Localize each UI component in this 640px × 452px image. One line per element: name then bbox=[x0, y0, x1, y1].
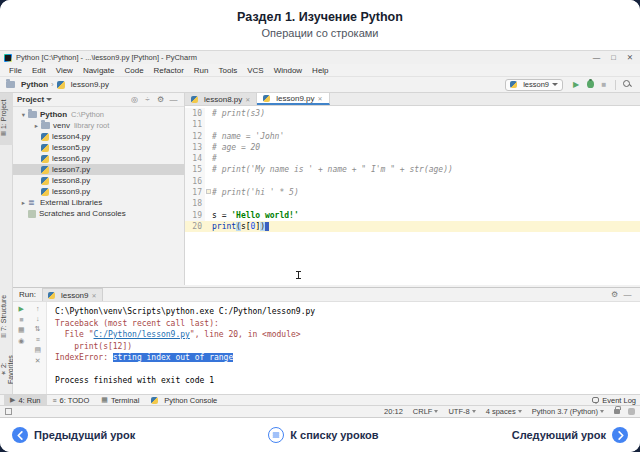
console-tab-lesson9[interactable]: lesson9 ✕ bbox=[42, 288, 103, 301]
menu-view[interactable]: View bbox=[51, 66, 78, 75]
restore-layout-icon[interactable]: ▦ bbox=[18, 326, 25, 334]
search-everywhere-button[interactable] bbox=[620, 80, 634, 90]
menu-refactor[interactable]: Refactor bbox=[149, 66, 189, 75]
line-number: 13 bbox=[185, 142, 205, 153]
menu-vcs[interactable]: VCS bbox=[242, 66, 268, 75]
close-icon[interactable]: ✕ bbox=[627, 53, 633, 62]
menu-run[interactable]: Run bbox=[189, 66, 214, 75]
rerun-icon[interactable]: ▶ bbox=[19, 305, 24, 313]
breadcrumb-project[interactable]: Python bbox=[21, 80, 48, 89]
sidebar-tab-favorites[interactable]: ★ 2: Favorites bbox=[0, 345, 13, 395]
down-stack-icon[interactable]: ↓ bbox=[36, 315, 40, 322]
section-title: Раздел 1. Изучение Python bbox=[0, 0, 640, 24]
toolwindow-button-todo[interactable]: ≡6: TODO bbox=[47, 395, 96, 406]
breadcrumb-file[interactable]: lesson9.py bbox=[71, 80, 109, 89]
status-text: Python 3.7 (Python) bbox=[532, 407, 598, 416]
gear-icon[interactable]: ⚙ bbox=[154, 95, 167, 104]
clear-console-icon[interactable]: ✕ bbox=[35, 357, 41, 365]
collapse-all-icon[interactable]: ÷ bbox=[141, 95, 154, 104]
run-config-selector[interactable]: lesson9 bbox=[505, 79, 563, 91]
fold-gutter bbox=[205, 187, 212, 198]
menu-edit[interactable]: Edit bbox=[27, 66, 51, 75]
toolwindow-button-terminal[interactable]: ▦Terminal bbox=[95, 395, 145, 406]
status-crlf[interactable]: CRLF bbox=[413, 407, 439, 416]
editor-tab-lesson8.py[interactable]: lesson8.py✕ bbox=[185, 93, 257, 105]
tree-item[interactable]: lesson6.py bbox=[13, 153, 184, 164]
status-python-3-7-python-[interactable]: Python 3.7 (Python) bbox=[532, 407, 604, 416]
toolwindow-toggle-icon[interactable] bbox=[5, 408, 12, 415]
debug-button[interactable] bbox=[583, 80, 597, 90]
gear-icon[interactable]: ⚙ bbox=[608, 290, 621, 299]
tree-item[interactable]: lesson7.py bbox=[13, 164, 184, 175]
run-button[interactable]: ▶ bbox=[569, 80, 583, 89]
maximize-icon[interactable]: □ bbox=[611, 53, 616, 62]
code-token: s[ bbox=[241, 222, 251, 231]
close-icon[interactable]: ✕ bbox=[91, 292, 96, 299]
stop-icon[interactable]: ■ bbox=[19, 316, 23, 323]
toolwindow-button-python[interactable]: Python Console bbox=[145, 395, 223, 406]
console-output[interactable]: C:\Python\venv\Scripts\python.exe C:/Pyt… bbox=[47, 302, 640, 397]
toolbar-divider bbox=[615, 80, 616, 90]
console-line: Process finished with exit code 1 bbox=[55, 375, 640, 387]
next-lesson-button[interactable]: Следующий урок bbox=[512, 427, 628, 443]
bug-icon bbox=[587, 80, 594, 88]
chevron-icon: ▾ bbox=[19, 111, 28, 119]
code-editor[interactable]: 10# print(s3)1112# name = 'John'13# age … bbox=[185, 106, 640, 232]
console-header: Run: lesson9 ✕ ⚙ — bbox=[13, 288, 640, 302]
hide-panel-icon[interactable]: — bbox=[621, 290, 634, 299]
arrow-left-icon bbox=[12, 427, 28, 443]
sidebar-tab-project[interactable]: ▦ 1: Project bbox=[0, 93, 13, 145]
minimize-icon[interactable]: — bbox=[593, 53, 601, 62]
lock-icon[interactable] bbox=[614, 409, 620, 414]
tree-item[interactable]: lesson4.py bbox=[13, 131, 184, 142]
stop-button[interactable]: ■ bbox=[597, 80, 611, 89]
tree-item[interactable]: lesson9.py bbox=[13, 186, 184, 197]
inspections-icon[interactable] bbox=[628, 408, 635, 415]
sidebar-tab-structure[interactable]: ▤ 7: Structure bbox=[0, 291, 13, 343]
editor-tab-label: lesson9.py bbox=[276, 94, 314, 103]
run-config-name: lesson9 bbox=[523, 80, 549, 89]
console-line: C:\Python\venv\Scripts\python.exe C:/Pyt… bbox=[55, 306, 640, 318]
hide-panel-icon[interactable]: — bbox=[167, 95, 180, 104]
menu-code[interactable]: Code bbox=[119, 66, 148, 75]
tree-item[interactable]: ▸≣External Libraries bbox=[13, 197, 184, 208]
menu-navigate[interactable]: Navigate bbox=[78, 66, 120, 75]
pin-icon[interactable]: ◉ bbox=[18, 337, 24, 345]
event-log-icon bbox=[592, 397, 599, 403]
console-token: ", line 20, in <module> bbox=[190, 330, 301, 339]
tree-item-label: lesson4.py bbox=[52, 132, 90, 141]
editor-area[interactable]: lesson8.py✕lesson9.py✕ 10# print(s3)1112… bbox=[185, 93, 640, 285]
tree-item[interactable]: ▾PythonC:\Python bbox=[13, 109, 184, 120]
tree-item[interactable]: lesson5.py bbox=[13, 142, 184, 153]
status-20-12[interactable]: 20:12 bbox=[384, 407, 403, 416]
event-log-button[interactable]: Event Log bbox=[592, 396, 636, 405]
main-toolbar: Python › lesson9.py lesson9 ▶ ■ bbox=[0, 77, 640, 93]
locate-file-icon[interactable]: ◎ bbox=[128, 95, 141, 104]
mouse-ibeam-cursor bbox=[298, 271, 299, 279]
tree-item[interactable]: ▸venvlibrary root bbox=[13, 120, 184, 131]
tree-item[interactable]: lesson8.py bbox=[13, 175, 184, 186]
scroll-end-icon[interactable]: ⇅ bbox=[35, 325, 41, 333]
tree-item-label: Python bbox=[40, 110, 67, 119]
close-icon[interactable]: ✕ bbox=[318, 95, 323, 102]
console-file-link[interactable]: C:/Python/lesson9.py bbox=[94, 330, 190, 339]
scratch-icon bbox=[28, 210, 36, 218]
tree-item[interactable]: Scratches and Consoles bbox=[13, 208, 184, 219]
previous-lesson-button[interactable]: Предыдущий урок bbox=[12, 427, 135, 443]
status-utf-8[interactable]: UTF-8 bbox=[448, 407, 475, 416]
menu-tools[interactable]: Tools bbox=[214, 66, 243, 75]
print-icon[interactable]: ▤ bbox=[34, 346, 41, 354]
code-line: 17# print('hi ' * 5) bbox=[185, 187, 640, 198]
toolwindow-button-run[interactable]: ▶4: Run bbox=[4, 395, 47, 406]
lesson-list-button[interactable]: К списку уроков bbox=[268, 427, 378, 443]
menu-file[interactable]: File bbox=[4, 66, 27, 75]
up-stack-icon[interactable]: ↑ bbox=[36, 305, 40, 312]
editor-tab-lesson9.py[interactable]: lesson9.py✕ bbox=[257, 93, 329, 105]
close-icon[interactable]: ✕ bbox=[245, 96, 250, 103]
menu-window[interactable]: Window bbox=[269, 66, 307, 75]
project-panel-title[interactable]: Project bbox=[17, 95, 44, 104]
menu-help[interactable]: Help bbox=[307, 66, 333, 75]
soft-wrap-icon[interactable]: ≡ bbox=[36, 336, 40, 343]
status-4-spaces[interactable]: 4 spaces bbox=[486, 407, 522, 416]
editor-tab-label: lesson8.py bbox=[204, 95, 242, 104]
